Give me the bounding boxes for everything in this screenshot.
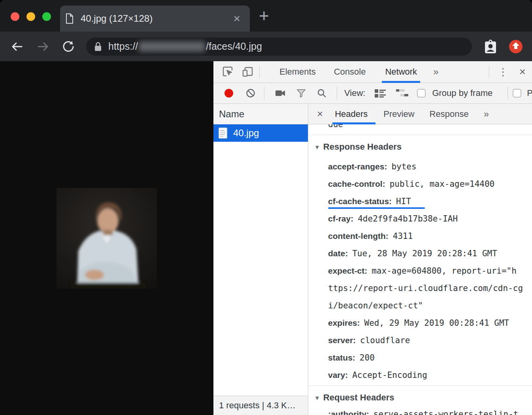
tab-network[interactable]: Network [385, 61, 417, 83]
response-headers-list: accept-ranges:bytes cache-control:public… [328, 158, 530, 384]
page-viewport [0, 61, 213, 415]
more-tabs-icon[interactable]: » [433, 66, 438, 77]
header-row-expect-ct: expect-ct:max-age=604800, report-uri="h … [328, 262, 530, 314]
devtools-panel: Elements Console Network » ⋮ × [213, 61, 532, 415]
requests-panel: Name 40.jpg 1 requests | 4.3 K… [213, 104, 308, 415]
preserve-log-checkbox[interactable] [513, 89, 521, 98]
browser-tab[interactable]: 40.jpg (127×128) × [60, 6, 250, 32]
traffic-lights [11, 12, 51, 21]
disclosure-triangle-icon[interactable]: ▼ [314, 394, 320, 401]
profile-icon[interactable] [483, 39, 498, 54]
clear-icon[interactable] [246, 88, 255, 98]
url-redacted-host [139, 41, 205, 52]
requests-summary: 1 requests | 4.3 K… [213, 396, 308, 415]
request-headers-section-title[interactable]: ▼ Request Headers [314, 391, 530, 404]
list-view-icon[interactable] [374, 88, 386, 98]
section-divider [308, 385, 532, 386]
headers-content: due ▼ Response Headers accept-ranges:byt… [308, 124, 532, 415]
header-row: cache-control:public, max-age=14400 [328, 175, 530, 193]
tab-elements[interactable]: Elements [279, 61, 316, 83]
request-detail-panel: × Headers Preview Response » due ▼ Respo… [308, 104, 532, 415]
disclosure-triangle-icon[interactable]: ▼ [314, 144, 320, 150]
tab-console[interactable]: Console [334, 61, 366, 83]
portrait-photo [57, 188, 157, 289]
inspect-element-icon[interactable] [221, 66, 234, 78]
zoom-window-button[interactable] [42, 12, 51, 21]
view-label: View: [344, 88, 365, 98]
minimize-window-button[interactable] [26, 12, 35, 21]
kebab-menu-icon[interactable]: ⋮ [498, 66, 508, 78]
detail-more-tabs-icon[interactable]: » [484, 109, 489, 120]
tab-close-icon[interactable]: × [231, 13, 243, 24]
header-row: content-length:4311 [328, 227, 530, 245]
tab-title: 40.jpg (127×128) [81, 13, 231, 24]
tab-headers[interactable]: Headers [335, 104, 368, 124]
network-body: Name 40.jpg 1 requests | 4.3 K… × Header… [213, 104, 532, 415]
page-icon [66, 13, 74, 24]
response-headers-section-title[interactable]: ▼ Response Headers [314, 141, 530, 153]
browser-window: 40.jpg (127×128) × + https:///faces/40.j… [0, 0, 532, 415]
back-icon[interactable] [10, 40, 24, 53]
header-row: vary:Accept-Encoding [328, 366, 530, 384]
clipped-scrolled-text: due [328, 124, 530, 133]
detail-tabbar: × Headers Preview Response » [308, 104, 532, 124]
group-by-frame-label[interactable]: Group by frame [432, 88, 492, 98]
close-window-button[interactable] [11, 12, 19, 21]
lock-icon[interactable] [94, 41, 102, 52]
header-row: cf-ray:4de2f9fa4b17b38e-IAH [328, 210, 530, 227]
request-row-selected[interactable]: 40.jpg [213, 124, 308, 142]
devtools-tabbar: Elements Console Network » ⋮ × [213, 61, 532, 83]
device-toolbar-icon[interactable] [241, 66, 254, 78]
reload-icon[interactable] [62, 40, 75, 53]
network-toolbar: View: Group by frame Preserve log [213, 83, 532, 104]
url-scheme: https:// [108, 41, 138, 52]
navigation-bar: https:///faces/40.jpg [0, 32, 532, 61]
header-row: date:Tue, 28 May 2019 20:28:41 GMT [328, 245, 530, 262]
name-column-header[interactable]: Name [213, 104, 308, 124]
header-row: accept-ranges:bytes [328, 158, 530, 175]
screenshot-icon[interactable] [275, 89, 285, 98]
url-bar[interactable]: https:///faces/40.jpg [86, 38, 472, 56]
request-file-name: 40.jpg [233, 128, 259, 139]
new-tab-button[interactable]: + [259, 6, 269, 25]
file-icon [218, 127, 228, 139]
header-row-cf-cache-status: cf-cache-status:HIT [328, 193, 530, 210]
waterfall-icon[interactable] [396, 88, 409, 98]
preserve-log-label[interactable]: Preserve log [527, 88, 532, 98]
record-icon[interactable] [224, 89, 233, 98]
header-row-authority-clipped: :authority:serve-assets-workers-teslin-t [328, 406, 530, 415]
tab-response[interactable]: Response [430, 104, 469, 124]
extension-icon[interactable] [508, 39, 523, 54]
forward-icon[interactable] [36, 40, 50, 53]
window-content: Elements Console Network » ⋮ × [0, 61, 532, 415]
filter-icon[interactable] [296, 88, 306, 98]
header-row: server:cloudflare [328, 332, 530, 349]
group-by-frame-checkbox[interactable] [417, 89, 426, 98]
header-row: expires:Wed, 29 May 2019 00:28:41 GMT [328, 314, 530, 332]
url-path: /faces/40.jpg [206, 41, 262, 52]
tab-preview[interactable]: Preview [383, 104, 414, 124]
requests-empty-area [213, 142, 308, 396]
header-row: status:200 [328, 349, 530, 366]
section-divider [308, 135, 532, 135]
search-icon[interactable] [317, 88, 326, 98]
devtools-close-icon[interactable]: × [519, 66, 526, 78]
detail-close-icon[interactable]: × [317, 108, 323, 120]
tab-strip: 40.jpg (127×128) × + [0, 0, 532, 32]
